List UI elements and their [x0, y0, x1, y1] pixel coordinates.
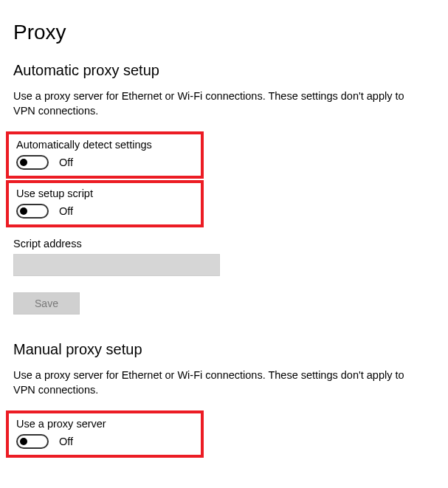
auto-detect-state: Off: [59, 157, 73, 168]
highlight-setup-script: Use setup script Off: [6, 180, 204, 227]
use-proxy-label: Use a proxy server: [16, 418, 193, 430]
setup-script-toggle[interactable]: [16, 204, 49, 219]
auto-detect-label: Automatically detect settings: [16, 139, 193, 151]
highlight-use-proxy: Use a proxy server Off: [6, 410, 204, 458]
highlight-auto-detect: Automatically detect settings Off: [6, 131, 204, 179]
automatic-setup-heading: Automatic proxy setup: [0, 62, 448, 79]
setup-script-label: Use setup script: [16, 188, 193, 199]
use-proxy-toggle[interactable]: [16, 434, 49, 449]
page-title: Proxy: [0, 0, 448, 44]
script-address-label: Script address: [0, 238, 448, 250]
manual-setup-description: Use a proxy server for Ethernet or Wi-Fi…: [0, 368, 448, 397]
save-button[interactable]: Save: [13, 292, 80, 315]
script-address-input[interactable]: [13, 254, 220, 276]
use-proxy-state: Off: [59, 436, 73, 447]
toggle-knob-icon: [20, 207, 27, 215]
manual-setup-heading: Manual proxy setup: [0, 341, 448, 358]
automatic-setup-description: Use a proxy server for Ethernet or Wi-Fi…: [0, 89, 448, 118]
auto-detect-toggle[interactable]: [16, 155, 49, 170]
toggle-knob-icon: [20, 438, 27, 445]
setup-script-state: Off: [59, 205, 73, 217]
toggle-knob-icon: [20, 159, 27, 166]
